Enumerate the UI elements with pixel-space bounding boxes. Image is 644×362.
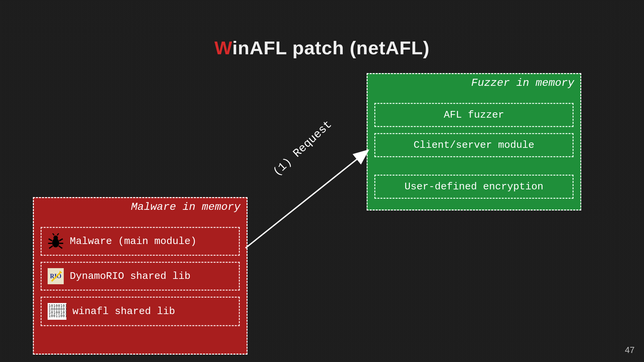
title-rest: inAFL patch (netAFL) [232, 37, 430, 58]
page-number: 47 [625, 345, 635, 355]
fuzzer-item-label: Client/server module [414, 139, 534, 151]
malware-item-label: DynamoRIO shared lib [70, 270, 191, 282]
arrow-label: (1) Request [271, 118, 334, 179]
svg-line-3 [57, 233, 59, 235]
malware-item-dynamorio: RIO DynamoRIO shared lib [41, 262, 240, 291]
fuzzer-item-encryption: User-defined encryption [374, 175, 574, 199]
malware-item-main: Malware (main module) [41, 227, 240, 256]
svg-point-1 [53, 236, 58, 240]
bug-icon [48, 233, 64, 249]
fuzzer-item-label: User-defined encryption [405, 181, 543, 192]
fuzzer-item-afl: AFL fuzzer [374, 103, 574, 127]
malware-box-heading: Malware in memory [131, 201, 240, 213]
binary-code-icon: 10100101100000011010010110011001 [48, 303, 66, 320]
title-first-letter: W [214, 37, 232, 58]
fuzzer-item-label: AFL fuzzer [444, 109, 504, 121]
svg-line-15 [246, 150, 368, 248]
malware-item-winafl: 10100101100000011010010110011001 winafl … [41, 297, 240, 326]
svg-line-4 [49, 239, 52, 241]
dynamorio-icon: RIO [48, 268, 64, 284]
malware-memory-box: Malware in memory Malware (main modul [33, 197, 248, 355]
svg-line-9 [59, 246, 62, 249]
fuzzer-item-client-server: Client/server module [374, 133, 574, 157]
request-arrow [241, 147, 376, 261]
fuzzer-box-heading: Fuzzer in memory [471, 77, 574, 89]
malware-item-label: Malware (main module) [70, 236, 197, 247]
slide-title: WinAFL patch (netAFL) [0, 37, 644, 59]
svg-line-8 [49, 246, 53, 249]
fuzzer-memory-box: Fuzzer in memory AFL fuzzer Client/serve… [367, 73, 581, 210]
svg-line-2 [53, 233, 54, 235]
svg-line-5 [59, 239, 63, 241]
malware-item-label: winafl shared lib [72, 306, 175, 317]
